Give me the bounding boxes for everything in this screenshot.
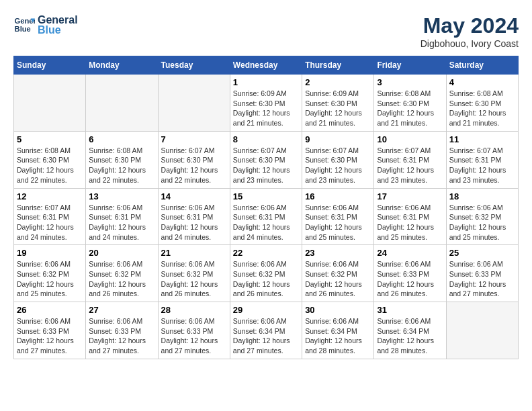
- week-row-4: 26Sunrise: 6:06 AM Sunset: 6:33 PM Dayli…: [14, 302, 519, 359]
- calendar-cell: 28Sunrise: 6:06 AM Sunset: 6:33 PM Dayli…: [158, 302, 230, 359]
- logo: General Blue General Blue: [13, 13, 78, 36]
- day-info: Sunrise: 6:07 AM Sunset: 6:31 PM Dayligh…: [449, 146, 515, 185]
- day-number: 25: [449, 248, 515, 258]
- svg-text:Blue: Blue: [15, 25, 31, 33]
- calendar-cell: 16Sunrise: 6:06 AM Sunset: 6:31 PM Dayli…: [302, 188, 374, 245]
- day-info: Sunrise: 6:06 AM Sunset: 6:32 PM Dayligh…: [89, 259, 154, 299]
- day-info: Sunrise: 6:06 AM Sunset: 6:33 PM Dayligh…: [449, 259, 515, 299]
- calendar-cell: 30Sunrise: 6:06 AM Sunset: 6:34 PM Dayli…: [302, 302, 374, 359]
- day-number: 18: [449, 191, 515, 201]
- day-number: 3: [377, 77, 443, 87]
- week-row-0: 1Sunrise: 6:09 AM Sunset: 6:30 PM Daylig…: [14, 75, 519, 132]
- calendar-cell: 9Sunrise: 6:07 AM Sunset: 6:30 PM Daylig…: [302, 131, 374, 188]
- week-row-1: 5Sunrise: 6:08 AM Sunset: 6:30 PM Daylig…: [14, 131, 519, 188]
- day-number: 28: [161, 305, 227, 315]
- weekday-header-saturday: Saturday: [446, 56, 518, 75]
- day-info: Sunrise: 6:08 AM Sunset: 6:30 PM Dayligh…: [17, 146, 83, 185]
- day-number: 9: [305, 134, 371, 144]
- day-info: Sunrise: 6:06 AM Sunset: 6:33 PM Dayligh…: [89, 316, 154, 356]
- day-number: 6: [89, 134, 154, 144]
- calendar-cell: 18Sunrise: 6:06 AM Sunset: 6:32 PM Dayli…: [446, 188, 518, 245]
- calendar-cell: 23Sunrise: 6:06 AM Sunset: 6:32 PM Dayli…: [302, 245, 374, 302]
- day-number: 10: [377, 134, 443, 144]
- day-number: 26: [17, 305, 83, 315]
- location: Digbohouo, Ivory Coast: [420, 38, 519, 49]
- weekday-header-thursday: Thursday: [302, 56, 374, 75]
- calendar-cell: 2Sunrise: 6:09 AM Sunset: 6:30 PM Daylig…: [302, 75, 374, 132]
- logo-icon: General Blue: [13, 14, 35, 36]
- calendar-cell: [14, 75, 86, 132]
- calendar-cell: [86, 75, 158, 132]
- day-info: Sunrise: 6:08 AM Sunset: 6:30 PM Dayligh…: [377, 89, 443, 128]
- day-info: Sunrise: 6:07 AM Sunset: 6:31 PM Dayligh…: [17, 203, 83, 242]
- day-number: 15: [233, 191, 299, 201]
- day-number: 24: [377, 248, 443, 258]
- calendar-cell: 7Sunrise: 6:07 AM Sunset: 6:30 PM Daylig…: [158, 131, 230, 188]
- day-info: Sunrise: 6:08 AM Sunset: 6:30 PM Dayligh…: [449, 89, 515, 128]
- day-info: Sunrise: 6:08 AM Sunset: 6:30 PM Dayligh…: [89, 146, 154, 185]
- day-info: Sunrise: 6:06 AM Sunset: 6:32 PM Dayligh…: [305, 259, 371, 299]
- calendar-cell: 19Sunrise: 6:06 AM Sunset: 6:32 PM Dayli…: [14, 245, 86, 302]
- day-info: Sunrise: 6:06 AM Sunset: 6:31 PM Dayligh…: [305, 203, 371, 242]
- day-info: Sunrise: 6:06 AM Sunset: 6:34 PM Dayligh…: [377, 316, 443, 356]
- day-info: Sunrise: 6:06 AM Sunset: 6:34 PM Dayligh…: [233, 316, 299, 356]
- day-number: 16: [305, 191, 371, 201]
- calendar-cell: 20Sunrise: 6:06 AM Sunset: 6:32 PM Dayli…: [86, 245, 158, 302]
- calendar-cell: 12Sunrise: 6:07 AM Sunset: 6:31 PM Dayli…: [14, 188, 86, 245]
- weekday-header-friday: Friday: [374, 56, 446, 75]
- calendar-cell: 21Sunrise: 6:06 AM Sunset: 6:32 PM Dayli…: [158, 245, 230, 302]
- day-number: 2: [305, 77, 371, 87]
- day-info: Sunrise: 6:06 AM Sunset: 6:32 PM Dayligh…: [161, 259, 227, 299]
- svg-text:General: General: [15, 17, 35, 26]
- day-info: Sunrise: 6:06 AM Sunset: 6:31 PM Dayligh…: [233, 203, 299, 242]
- day-info: Sunrise: 6:06 AM Sunset: 6:32 PM Dayligh…: [233, 259, 299, 299]
- day-info: Sunrise: 6:06 AM Sunset: 6:32 PM Dayligh…: [449, 203, 515, 242]
- day-number: 13: [89, 191, 154, 201]
- day-number: 4: [449, 77, 515, 87]
- calendar-cell: 17Sunrise: 6:06 AM Sunset: 6:31 PM Dayli…: [374, 188, 446, 245]
- calendar-cell: 1Sunrise: 6:09 AM Sunset: 6:30 PM Daylig…: [230, 75, 302, 132]
- calendar-cell: 24Sunrise: 6:06 AM Sunset: 6:33 PM Dayli…: [374, 245, 446, 302]
- calendar-cell: 13Sunrise: 6:06 AM Sunset: 6:31 PM Dayli…: [86, 188, 158, 245]
- weekday-header-wednesday: Wednesday: [230, 56, 302, 75]
- day-info: Sunrise: 6:06 AM Sunset: 6:33 PM Dayligh…: [377, 259, 443, 299]
- day-number: 23: [305, 248, 371, 258]
- day-info: Sunrise: 6:07 AM Sunset: 6:30 PM Dayligh…: [305, 146, 371, 185]
- calendar-cell: 15Sunrise: 6:06 AM Sunset: 6:31 PM Dayli…: [230, 188, 302, 245]
- day-number: 27: [89, 305, 154, 315]
- day-info: Sunrise: 6:09 AM Sunset: 6:30 PM Dayligh…: [305, 89, 371, 128]
- calendar-cell: 5Sunrise: 6:08 AM Sunset: 6:30 PM Daylig…: [14, 131, 86, 188]
- day-info: Sunrise: 6:06 AM Sunset: 6:32 PM Dayligh…: [17, 259, 83, 299]
- calendar-cell: 11Sunrise: 6:07 AM Sunset: 6:31 PM Dayli…: [446, 131, 518, 188]
- weekday-header-monday: Monday: [86, 56, 158, 75]
- calendar-cell: 3Sunrise: 6:08 AM Sunset: 6:30 PM Daylig…: [374, 75, 446, 132]
- day-info: Sunrise: 6:06 AM Sunset: 6:31 PM Dayligh…: [161, 203, 227, 242]
- day-number: 5: [17, 134, 83, 144]
- day-number: 22: [233, 248, 299, 258]
- day-info: Sunrise: 6:09 AM Sunset: 6:30 PM Dayligh…: [233, 89, 299, 128]
- day-number: 17: [377, 191, 443, 201]
- day-info: Sunrise: 6:07 AM Sunset: 6:31 PM Dayligh…: [377, 146, 443, 185]
- calendar-cell: 26Sunrise: 6:06 AM Sunset: 6:33 PM Dayli…: [14, 302, 86, 359]
- calendar-cell: 25Sunrise: 6:06 AM Sunset: 6:33 PM Dayli…: [446, 245, 518, 302]
- day-number: 20: [89, 248, 154, 258]
- day-number: 7: [161, 134, 227, 144]
- day-number: 21: [161, 248, 227, 258]
- title-block: May 2024 Digbohouo, Ivory Coast: [420, 13, 519, 49]
- calendar-cell: 14Sunrise: 6:06 AM Sunset: 6:31 PM Dayli…: [158, 188, 230, 245]
- day-number: 29: [233, 305, 299, 315]
- calendar-cell: 4Sunrise: 6:08 AM Sunset: 6:30 PM Daylig…: [446, 75, 518, 132]
- calendar-cell: 31Sunrise: 6:06 AM Sunset: 6:34 PM Dayli…: [374, 302, 446, 359]
- logo-text-blue: Blue: [38, 24, 78, 36]
- day-number: 30: [305, 305, 371, 315]
- calendar-cell: 6Sunrise: 6:08 AM Sunset: 6:30 PM Daylig…: [86, 131, 158, 188]
- day-info: Sunrise: 6:06 AM Sunset: 6:33 PM Dayligh…: [161, 316, 227, 356]
- weekday-header-row: SundayMondayTuesdayWednesdayThursdayFrid…: [14, 56, 519, 75]
- day-number: 11: [449, 134, 515, 144]
- day-number: 8: [233, 134, 299, 144]
- calendar-cell: 27Sunrise: 6:06 AM Sunset: 6:33 PM Dayli…: [86, 302, 158, 359]
- week-row-2: 12Sunrise: 6:07 AM Sunset: 6:31 PM Dayli…: [14, 188, 519, 245]
- day-number: 31: [377, 305, 443, 315]
- day-number: 19: [17, 248, 83, 258]
- day-info: Sunrise: 6:06 AM Sunset: 6:33 PM Dayligh…: [17, 316, 83, 356]
